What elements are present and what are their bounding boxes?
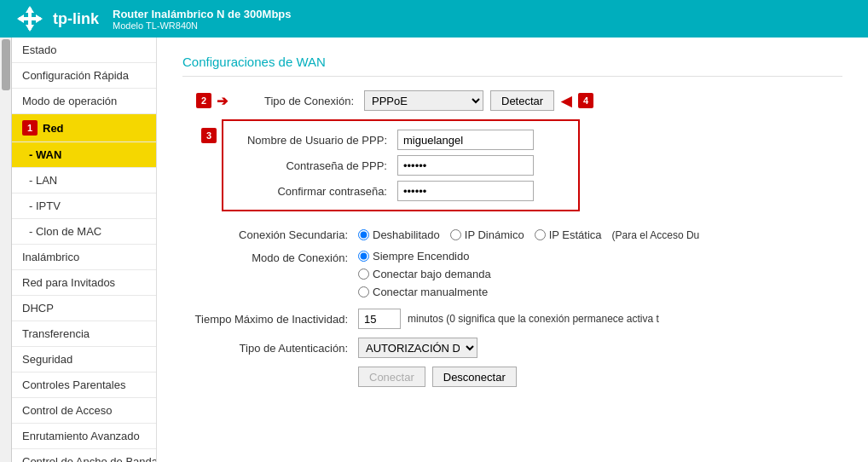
sidebar-item-wan[interactable]: - WAN (12, 142, 156, 168)
inactivity-row: Tiempo Máximo de Inactividad: minutos (0… (182, 309, 842, 329)
connection-mode-row: Modo de Conexión: Siempre Encendido Cone… (182, 250, 842, 300)
disconnect-button[interactable]: Desconectar (432, 367, 517, 387)
scroll-thumb[interactable] (2, 39, 10, 90)
sidebar-scrollbar[interactable] (0, 38, 12, 462)
header: tp-link Router Inalámbrico N de 300Mbps … (0, 0, 868, 38)
auth-type-select[interactable]: AUTORIZACIÓN DI (358, 338, 477, 358)
logo-area: tp-link (14, 3, 99, 35)
inactivity-note: minutos (0 significa que la conexión per… (408, 313, 659, 325)
connection-type-label: Tipo de Conexión: (228, 95, 364, 107)
sidebar-item-modo-operacion[interactable]: Modo de operación (12, 89, 156, 114)
ppp-username-input[interactable] (397, 130, 534, 150)
ppp-username-row: Nombre de Usuario de PPP: (235, 130, 566, 150)
secondary-conn-note: (Para el Acceso Du (612, 229, 700, 241)
sidebar-item-dhcp[interactable]: DHCP (12, 296, 156, 321)
detect-button[interactable]: Detectar (490, 90, 554, 111)
sidebar-item-enrutamiento-avanzado[interactable]: Enrutamiento Avanzado (12, 424, 156, 449)
ppp-username-label: Nombre de Usuario de PPP: (235, 134, 397, 147)
inactivity-input[interactable] (358, 309, 401, 329)
auth-type-row: Tipo de Autenticación: AUTORIZACIÓN DI (182, 338, 842, 358)
sidebar-item-clon-mac[interactable]: - Clon de MAC (12, 219, 156, 245)
badge-2: 2 (196, 93, 211, 108)
action-buttons: Conectar Desconectar (358, 367, 517, 387)
header-model: Modelo TL-WR840N (113, 20, 292, 31)
mode-bajo-demanda[interactable]: Conectar bajo demanda (358, 268, 491, 280)
badge-3: 3 (201, 128, 217, 143)
secondary-conn-row: Conexión Secundaria: Deshabilitado IP Di… (182, 228, 842, 241)
sidebar-item-iptv[interactable]: - IPTV (12, 193, 156, 219)
header-main-title: Router Inalámbrico N de 300Mbps (113, 8, 292, 20)
confirm-password-input[interactable] (397, 181, 534, 201)
sidebar: Estado Configuración Rápida Modo de oper… (12, 38, 157, 462)
secondary-conn-disabled[interactable]: Deshabilitado (358, 228, 440, 241)
action-buttons-row: Conectar Desconectar (182, 367, 842, 387)
sidebar-item-seguridad[interactable]: Seguridad (12, 347, 156, 372)
auth-type-label: Tipo de Autenticación: (182, 342, 358, 355)
confirm-password-row: Confirmar contraseña: (235, 181, 566, 201)
sidebar-item-lan[interactable]: - LAN (12, 168, 156, 193)
badge-4: 4 (578, 93, 593, 108)
sidebar-item-estado[interactable]: Estado (12, 38, 156, 63)
logo-text: tp-link (53, 10, 99, 28)
sidebar-item-inalambrico[interactable]: Inalámbrico (12, 245, 156, 270)
badge-1: 1 (22, 120, 38, 136)
mode-manualmente[interactable]: Conectar manualmente (358, 286, 491, 298)
secondary-conn-label: Conexión Secundaria: (182, 228, 358, 241)
sidebar-item-controles-parentales[interactable]: Controles Parentales (12, 372, 156, 398)
ppp-password-input[interactable] (397, 155, 534, 176)
mode-siempre-encendido[interactable]: Siempre Encendido (358, 250, 491, 263)
main-content: Configuraciones de WAN 2 ➔ Tipo de Conex… (157, 38, 868, 462)
connection-type-row: 2 ➔ Tipo de Conexión: PPPoE Detectar ◀ 4 (182, 90, 842, 111)
arrow-from-detect: ◀ (561, 93, 571, 109)
sidebar-item-red-invitados[interactable]: Red para Invitados (12, 270, 156, 296)
secondary-conn-ip-dinamico[interactable]: IP Dinámico (450, 228, 524, 241)
confirm-password-label: Confirmar contraseña: (235, 185, 397, 198)
connect-button[interactable]: Conectar (358, 367, 425, 387)
sidebar-item-control-acceso[interactable]: Control de Acceso (12, 398, 156, 424)
sidebar-item-control-ancho[interactable]: Control de Ancho de Banda (12, 449, 156, 462)
sidebar-item-transferencia[interactable]: Transferencia (12, 321, 156, 347)
sidebar-item-red[interactable]: 1 Red (12, 114, 156, 142)
inactivity-value-area: minutos (0 significa que la conexión per… (358, 309, 659, 329)
connection-type-select[interactable]: PPPoE (364, 90, 483, 111)
sidebar-item-config-rapida[interactable]: Configuración Rápida (12, 63, 156, 89)
ppp-password-row: Contraseña de PPP: (235, 155, 566, 176)
secondary-conn-options: Deshabilitado IP Dinámico IP Estática (P… (358, 228, 699, 241)
inactivity-label: Tiempo Máximo de Inactividad: (182, 313, 358, 326)
header-title: Router Inalámbrico N de 300Mbps Modelo T… (113, 8, 292, 31)
connection-mode-label: Modo de Conexión: (182, 250, 358, 264)
logo-icon (14, 3, 46, 35)
secondary-conn-ip-estatica[interactable]: IP Estática (535, 228, 602, 241)
ppp-password-label: Contraseña de PPP: (235, 159, 397, 172)
section-title: Configuraciones de WAN (182, 55, 842, 77)
connection-mode-group: Siempre Encendido Conectar bajo demanda … (358, 250, 491, 300)
connection-type-value-area: PPPoE Detectar ◀ 4 (364, 90, 593, 111)
credentials-box: Nombre de Usuario de PPP: Contraseña de … (222, 119, 580, 211)
arrow-to-connection-type: ➔ (217, 93, 228, 109)
